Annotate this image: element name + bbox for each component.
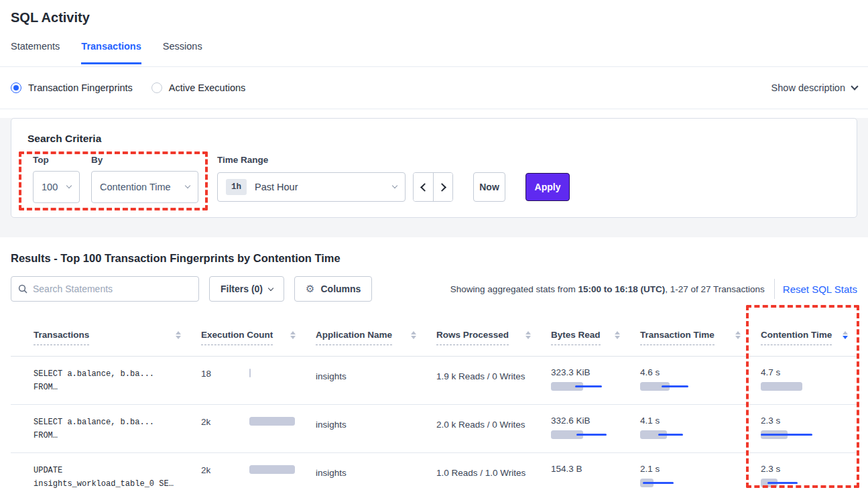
- filters-button[interactable]: Filters (0): [209, 276, 284, 302]
- chevron-down-icon: [185, 183, 190, 188]
- transaction-time-cell: 4.6 s: [629, 357, 750, 404]
- sort-icon-active-desc: [843, 331, 848, 339]
- contention-time-cell: 2.3 s: [750, 453, 857, 496]
- column-header-execution-count[interactable]: Execution Count: [190, 314, 305, 356]
- rows-processed-cell: 2.0 k Reads / 0 Writes: [426, 405, 540, 452]
- view-toggle-bar: Transaction Fingerprints Active Executio…: [0, 67, 868, 109]
- radio-active-executions[interactable]: Active Executions: [151, 82, 245, 93]
- tab-sessions[interactable]: Sessions: [163, 40, 202, 64]
- column-header-transactions[interactable]: Transactions: [11, 314, 190, 356]
- sort-icon: [411, 331, 416, 339]
- search-statements-input[interactable]: [33, 284, 192, 294]
- transaction-fingerprint-link[interactable]: SELECT a.balance, b.ba... FROM…: [11, 405, 190, 452]
- by-label: By: [91, 155, 103, 165]
- search-criteria-card: Search Criteria Top 100 By Contention Ti…: [11, 118, 857, 218]
- sort-icon: [735, 331, 741, 339]
- transaction-time-cell: 2.1 s: [629, 453, 750, 496]
- tab-bar: Statements Transactions Sessions: [11, 40, 857, 64]
- columns-label: Columns: [320, 284, 361, 294]
- time-range-badge: 1h: [226, 179, 247, 195]
- search-criteria-heading: Search Criteria: [27, 133, 101, 145]
- sort-icon: [615, 331, 620, 339]
- radio-selected-icon: [11, 82, 21, 93]
- contention-time-bar: [761, 479, 848, 487]
- bytes-read-bar: [551, 382, 620, 391]
- by-select[interactable]: Contention Time: [91, 171, 198, 203]
- transaction-time-bar: [640, 479, 741, 487]
- chevron-down-icon: [268, 286, 273, 291]
- time-range-label: Time Range: [217, 155, 268, 165]
- bytes-read-bar: [551, 430, 620, 439]
- search-icon: [18, 284, 27, 294]
- time-range-value: Past Hour: [255, 182, 298, 192]
- table-row: SELECT a.balance, b.ba... FROM… 18 insig…: [11, 357, 857, 405]
- contention-time-bar: [761, 430, 848, 439]
- column-header-rows-processed[interactable]: Rows Processed: [426, 314, 540, 356]
- column-header-application-name[interactable]: Application Name: [305, 314, 426, 356]
- by-select-value: Contention Time: [100, 182, 171, 192]
- rows-processed-cell: 1.9 k Reads / 0 Writes: [426, 357, 540, 404]
- execution-count-cell: 18: [190, 357, 305, 404]
- execution-count-cell: 2k: [190, 453, 305, 496]
- column-header-contention-time[interactable]: Contention Time: [750, 314, 857, 356]
- rows-processed-cell: 1.0 Reads / 1.0 Writes: [426, 453, 540, 496]
- execution-count-bar: [249, 417, 296, 426]
- chevron-down-icon: [66, 183, 72, 188]
- bytes-read-cell: 332.6 KiB: [540, 405, 629, 452]
- radio-label: Transaction Fingerprints: [28, 82, 133, 93]
- column-header-transaction-time[interactable]: Transaction Time: [629, 314, 750, 356]
- application-name-cell: insights: [305, 405, 426, 452]
- table-row: UPDATE insights_workload_table_0 SE… 2k …: [11, 453, 857, 496]
- sort-icon: [525, 331, 531, 339]
- column-header-bytes-read[interactable]: Bytes Read: [540, 314, 629, 356]
- search-statements-box: [11, 276, 199, 302]
- application-name-cell: insights: [305, 453, 426, 496]
- filters-label: Filters (0): [221, 284, 263, 294]
- radio-transaction-fingerprints[interactable]: Transaction Fingerprints: [11, 82, 133, 93]
- show-description-toggle[interactable]: Show description: [771, 82, 857, 93]
- top-label: Top: [33, 155, 49, 165]
- stats-time-range: 15:00 to 16:18 (UTC): [578, 284, 665, 294]
- sort-icon: [176, 331, 181, 339]
- prev-time-range-button[interactable]: [414, 173, 433, 201]
- tab-transactions[interactable]: Transactions: [81, 40, 141, 64]
- contention-time-cell: 4.7 s: [750, 357, 857, 404]
- radio-label: Active Executions: [169, 82, 245, 93]
- bytes-read-bar: [551, 479, 620, 487]
- contention-time-bar: [761, 382, 848, 391]
- top-select-value: 100: [42, 182, 58, 192]
- transaction-time-bar: [640, 430, 741, 439]
- radio-unselected-icon: [151, 82, 162, 93]
- time-range-select[interactable]: 1h Past Hour: [217, 172, 406, 202]
- next-time-range-button[interactable]: [433, 173, 452, 201]
- gear-icon: ⚙: [306, 283, 314, 295]
- sort-icon: [290, 331, 296, 339]
- results-section: Results - Top 100 Transaction Fingerprin…: [0, 251, 868, 496]
- chevron-down-icon: [851, 82, 858, 90]
- show-description-label: Show description: [771, 82, 845, 93]
- transaction-time-cell: 4.1 s: [629, 405, 750, 452]
- page-header: SQL Activity Statements Transactions Ses…: [0, 0, 868, 67]
- table-row: SELECT a.balance, b.ba... FROM… 2k insig…: [11, 405, 857, 453]
- bytes-read-cell: 323.3 KiB: [540, 357, 629, 404]
- transaction-fingerprint-link[interactable]: SELECT a.balance, b.ba... FROM…: [11, 357, 190, 404]
- divider: [774, 279, 775, 299]
- results-heading: Results - Top 100 Transaction Fingerprin…: [11, 251, 857, 265]
- now-button[interactable]: Now: [473, 172, 505, 202]
- tab-statements[interactable]: Statements: [11, 40, 60, 64]
- search-criteria-band: Search Criteria Top 100 By Contention Ti…: [0, 118, 868, 237]
- sql-activity-page: SQL Activity Statements Transactions Ses…: [0, 0, 868, 496]
- execution-count-cell: 2k: [190, 405, 305, 452]
- apply-button[interactable]: Apply: [525, 173, 570, 201]
- columns-button[interactable]: ⚙ Columns: [294, 276, 372, 302]
- transaction-fingerprint-link[interactable]: UPDATE insights_workload_table_0 SE…: [11, 453, 190, 496]
- reset-sql-stats-link[interactable]: Reset SQL Stats: [783, 284, 857, 295]
- chevron-right-icon: [438, 183, 446, 192]
- stats-summary: Showing aggregated stats from 15:00 to 1…: [450, 284, 765, 294]
- execution-count-bar: [249, 369, 296, 377]
- execution-count-bar: [249, 465, 296, 474]
- chevron-down-icon: [392, 183, 397, 188]
- chevron-left-icon: [420, 183, 429, 192]
- top-select[interactable]: 100: [33, 171, 80, 203]
- page-title: SQL Activity: [11, 9, 857, 26]
